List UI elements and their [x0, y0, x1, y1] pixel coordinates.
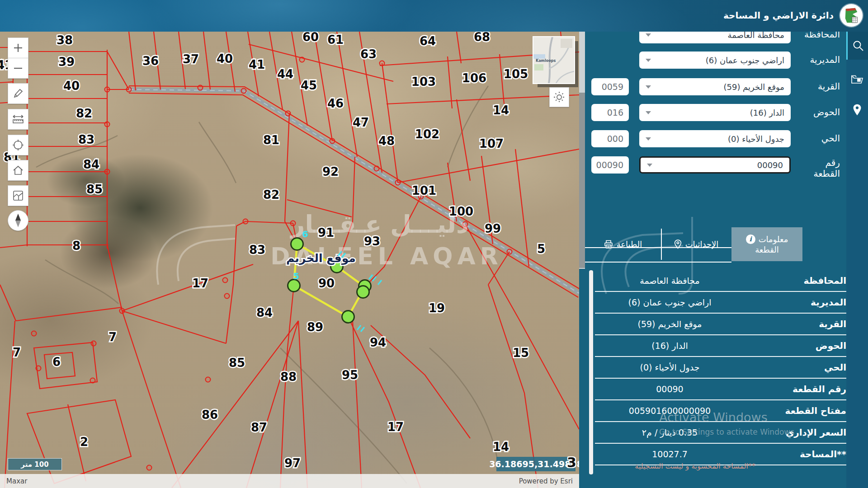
activate-windows-hint: Go to Settings to activate Windows — [659, 427, 794, 436]
brightness-icon[interactable] — [549, 87, 569, 107]
inset-place-label: Kamloops — [536, 59, 556, 63]
parcel-label-14: 14 — [493, 103, 509, 117]
zoom-in-icon — [12, 42, 24, 54]
zoom-out-button[interactable] — [8, 58, 28, 79]
tab-print[interactable]: الطباعة — [585, 227, 661, 261]
info-value: الدار (16) — [595, 341, 745, 351]
code-input-district[interactable]: 000 — [591, 130, 629, 147]
parcel-label-41: 41 — [249, 58, 265, 71]
dropdown-directorate[interactable]: اراضي جنوب عمان (6) — [639, 52, 791, 69]
info-row: المديريةاراضي جنوب عمان (6) — [595, 292, 846, 314]
dropdown-parcel-number[interactable]: 00090 — [639, 156, 791, 174]
parcel-label-44: 44 — [277, 67, 293, 81]
parcel-label-105: 105 — [504, 67, 528, 81]
dropdown-value-governorate: محافظة العاصمة — [651, 32, 791, 40]
draw-pencil-button[interactable] — [8, 83, 28, 104]
parcel-label-83: 83 — [249, 243, 265, 257]
dropdown-village[interactable]: موقع الخريم (59) — [639, 78, 791, 95]
dropdown-governorate[interactable]: محافظة العاصمة — [639, 32, 791, 43]
info-value: موقع الخريم (59) — [595, 319, 745, 329]
parcel-label-40: 40 — [217, 52, 233, 66]
parcel-label-85: 85 — [229, 356, 245, 370]
chevron-down-icon — [646, 33, 651, 37]
dropdown-district[interactable]: جدول الأحياء (0) — [639, 130, 791, 147]
parcel-label-89: 89 — [307, 320, 323, 334]
tab-parcel-info[interactable]: معلومات i القطعة — [731, 227, 802, 261]
parcel-label-97: 97 — [284, 456, 301, 470]
area-footnote: **المساحة المحسوبة و ليست التسجيلية — [606, 462, 755, 470]
parcel-label-47: 47 — [353, 116, 369, 129]
app-header: دائرة الاراضي و المساحة — [0, 0, 868, 32]
dropdown-value-district: جدول الأحياء (0) — [651, 134, 791, 144]
form-row-directorate: المديريةاراضي جنوب عمان (6) — [579, 52, 868, 69]
parcel-label-45: 45 — [301, 79, 317, 92]
parcel-label-100: 100 — [449, 205, 473, 218]
home-icon — [12, 164, 24, 176]
info-label: المديرية — [745, 297, 846, 308]
overview-inset-map[interactable]: Kamloops — [533, 36, 575, 84]
cadastral-map[interactable]: دليـــل عـقـــار DALEEL AQAR 38394082838… — [0, 32, 579, 488]
code-input-basin[interactable]: 016 — [591, 104, 629, 121]
tab-coordinates[interactable]: الإحداثيات — [661, 227, 731, 261]
parcel-sidebar: المحافظةمحافظة العاصمةالمديريةاراضي جنوب… — [579, 32, 868, 488]
home-button[interactable] — [8, 160, 28, 181]
parcel-label-48: 48 — [378, 134, 395, 148]
info-label: المحافظة — [745, 275, 846, 286]
attribution-esri: Powered by Esri — [519, 477, 573, 485]
parcel-label-99: 99 — [485, 222, 501, 235]
info-label: القرية — [745, 319, 846, 329]
parcel-label-17: 17 — [192, 277, 208, 290]
location-pin-icon[interactable] — [846, 96, 868, 124]
info-row: رقم القطعة00090 — [595, 379, 846, 400]
parcel-label-81: 81 — [263, 133, 279, 147]
land-survey-app: دائرة الاراضي و المساحة دليـــل عـقـــار… — [0, 0, 868, 488]
compass-icon — [11, 213, 25, 228]
parcel-label-64: 64 — [420, 34, 436, 48]
locate-button[interactable] — [8, 135, 28, 155]
parcel-label-87: 87 — [251, 421, 267, 434]
parcel-label-6: 6 — [52, 355, 61, 369]
info-value: 10027.7 — [595, 449, 745, 459]
dropdown-value-directorate: اراضي جنوب عمان (6) — [651, 56, 791, 65]
parcel-label-90: 90 — [318, 277, 335, 290]
parcel-label-61: 61 — [327, 33, 344, 47]
form-row-governorate: المحافظةمحافظة العاصمة — [579, 32, 868, 43]
info-label: **المساحة — [745, 449, 846, 460]
map-attribution: Maxar Powered by Esri — [0, 474, 579, 488]
code-input-parcel-number[interactable]: 00090 — [591, 156, 629, 174]
parcel-label-36: 36 — [142, 54, 159, 68]
info-icon: i — [746, 235, 755, 244]
pin-icon — [674, 239, 682, 249]
parcel-tabs: الطباعة الإحداثيات معلومات i القطعة — [579, 227, 868, 261]
svg-text:5: 5 — [293, 271, 299, 282]
compass-button[interactable] — [8, 210, 28, 231]
form-label-parcel-number: رقم القطعة — [808, 157, 840, 179]
info-value: 00090 — [595, 384, 745, 394]
folder-icon[interactable] — [846, 66, 868, 94]
info-label: الحوض — [745, 340, 846, 351]
basemap-icon — [12, 190, 24, 202]
printer-icon — [604, 240, 613, 249]
chevron-down-icon — [646, 85, 651, 89]
code-input-village[interactable]: 0059 — [591, 78, 629, 95]
form-row-basin: الحوضالدار (16)016 — [579, 104, 868, 121]
parcel-label-68: 68 — [474, 32, 490, 44]
parcel-label-88: 88 — [280, 370, 297, 384]
dropdown-basin[interactable]: الدار (16) — [639, 104, 791, 121]
info-row: الحيجدول الأحياء (0) — [595, 357, 846, 379]
parcel-label-3: 3 — [567, 455, 576, 470]
dropdown-value-village: موقع الخريم (59) — [651, 82, 791, 92]
search-icon[interactable] — [846, 32, 868, 60]
info-row: المحافظةمحافظة العاصمة — [595, 270, 846, 292]
chevron-down-icon — [647, 164, 652, 167]
info-panel-scrollbar[interactable] — [589, 270, 593, 474]
form-row-parcel-number: رقم القطعة0009000090 — [579, 156, 868, 174]
svg-text:6: 6 — [302, 229, 308, 239]
coordinates-readout: 36.18695,31.49838 — [496, 457, 576, 471]
measure-button[interactable] — [8, 109, 28, 130]
parcel-label-15: 15 — [513, 346, 529, 360]
right-icon-rail — [846, 32, 868, 488]
zoom-in-button[interactable] — [8, 38, 28, 58]
parcel-label-40: 40 — [63, 79, 80, 93]
basemap-button[interactable] — [8, 185, 28, 206]
